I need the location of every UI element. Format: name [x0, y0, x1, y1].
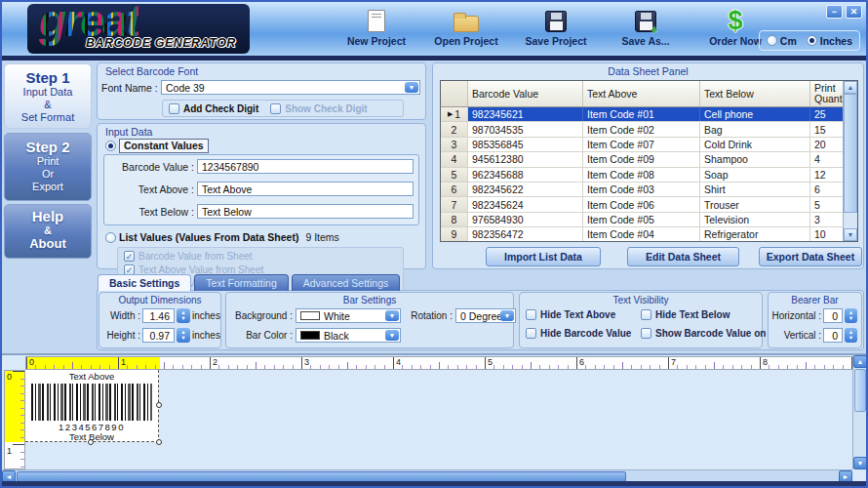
items-count: 9 Items: [305, 231, 338, 243]
tab-advanced-settings[interactable]: Advanced Settings: [292, 274, 401, 291]
barcode-value-label: Barcode Value :: [106, 161, 194, 173]
close-button[interactable]: ✕: [846, 5, 862, 19]
show-check-digit-checkbox[interactable]: Show Check Digit: [270, 103, 367, 114]
toolbar-divider: [2, 56, 866, 61]
resize-handle-bottom[interactable]: [88, 439, 94, 445]
ruler-mark: 7: [671, 357, 676, 367]
white-swatch-icon: [300, 311, 320, 320]
edit-data-sheet-button[interactable]: Edit Data Sheet: [627, 247, 739, 266]
bar-color-dropdown[interactable]: Black ▼: [296, 328, 401, 343]
table-row[interactable]: 2 987034535 Item Code #02 Bag 15: [441, 122, 857, 137]
hide-text-above-checkbox[interactable]: Hide Text Above: [526, 309, 615, 320]
group-title: Bearer Bar: [769, 293, 861, 305]
table-row[interactable]: 7 982345624 Item Code #06 Trouser 5: [441, 197, 857, 212]
barcode-value-input[interactable]: 1234567890: [197, 159, 414, 174]
table-row[interactable]: ▶1 982345621 Item Code #01 Cell phone 25: [441, 107, 857, 122]
width-input[interactable]: 1.46: [142, 308, 175, 323]
checkbox-checked-icon: ✓: [124, 251, 135, 262]
ruler-mark: 8: [763, 357, 768, 367]
barcode-bars: [31, 384, 152, 421]
add-check-digit-checkbox[interactable]: Add Check Digit: [169, 103, 258, 114]
export-data-sheet-button[interactable]: Export Data Sheet: [759, 247, 862, 266]
height-unit: inches: [192, 330, 220, 341]
unit-selector: Cm Inches: [759, 30, 860, 51]
chevron-down-icon[interactable]: ▼: [385, 330, 399, 341]
height-input[interactable]: 0.97: [142, 328, 175, 343]
table-row[interactable]: 9 982356472 Item Code #04 Refrigerator 1…: [441, 227, 857, 242]
window-bottom-edge: [2, 481, 866, 486]
width-spinner[interactable]: ▲▼: [177, 308, 190, 323]
horizontal-input[interactable]: 0: [823, 308, 843, 323]
height-spinner[interactable]: ▲▼: [177, 328, 190, 343]
table-row[interactable]: 5 962345688 Item Code #08 Soap 12: [441, 168, 857, 183]
scroll-down-icon[interactable]: ▼: [844, 228, 857, 241]
row-indicator-header: [441, 81, 468, 106]
sidebar-item-help-about[interactable]: Help & About: [4, 204, 92, 259]
scrollbar-thumb[interactable]: [844, 94, 857, 213]
chevron-down-icon[interactable]: ▼: [385, 310, 399, 321]
input-data-group: Input Data Constant Values Barcode Value…: [97, 123, 426, 269]
vertical-input[interactable]: 0: [823, 328, 843, 343]
scroll-down-icon[interactable]: ▼: [853, 457, 867, 469]
vertical-label: Vertical :: [770, 330, 821, 341]
tab-basic-settings[interactable]: Basic Settings: [98, 274, 191, 291]
import-list-data-button[interactable]: Import List Data: [486, 247, 601, 266]
ruler-ticks: [26, 357, 855, 369]
hide-barcode-value-checkbox[interactable]: Hide Barcode Value: [526, 328, 631, 339]
unit-cm-radio[interactable]: Cm: [767, 35, 797, 47]
col-print-quantity[interactable]: Print Quantity: [810, 81, 845, 106]
new-project-button[interactable]: New Project: [337, 9, 415, 47]
open-project-button[interactable]: Open Project: [427, 9, 505, 47]
minimize-button[interactable]: −: [826, 5, 843, 19]
bar-settings-group: Bar Settings Background : White ▼ Rotati…: [225, 292, 514, 348]
table-row[interactable]: 8 976584930 Item Code #05 Television 3: [441, 213, 857, 227]
sidebar-item-step1[interactable]: Step 1 Input Data & Set Format: [4, 63, 92, 129]
table-scrollbar[interactable]: ▲ ▼: [843, 81, 857, 241]
constant-values-radio[interactable]: [105, 141, 116, 151]
background-dropdown[interactable]: White ▼: [296, 308, 401, 323]
ruler-mark: 3: [304, 357, 309, 367]
col-text-below[interactable]: Text Below: [700, 81, 810, 106]
vertical-spinner[interactable]: ▲▼: [845, 328, 857, 343]
ruler-mark: 0: [29, 357, 34, 367]
table-row[interactable]: 6 982345622 Item Code #03 Shirt 6: [441, 183, 857, 197]
text-below-input[interactable]: Text Below: [197, 204, 414, 219]
text-above-input[interactable]: Text Above: [197, 182, 414, 196]
width-unit: inches: [192, 310, 220, 321]
group-title: Output Dimensions: [99, 293, 220, 305]
resize-handle-corner[interactable]: [156, 439, 162, 445]
preview-vertical-scrollbar[interactable]: ▲ ▼: [852, 355, 866, 469]
save-as-floppy-plus-icon: +: [635, 9, 656, 32]
barcode-preview[interactable]: Text Above 1234567890 Text Below: [25, 370, 159, 442]
chevron-down-icon[interactable]: ▼: [500, 310, 514, 321]
text-below-label: Text Below :: [106, 206, 194, 218]
save-project-button[interactable]: Save Project: [517, 9, 595, 47]
chevron-down-icon[interactable]: ▼: [405, 82, 418, 93]
rotation-dropdown[interactable]: 0 Degree ▼: [455, 308, 516, 323]
checkbox-icon: [526, 328, 536, 339]
barcode-text-above: Text Above: [25, 372, 158, 382]
group-title: Select Barcode Font: [98, 63, 425, 78]
save-as-button[interactable]: + Save As...: [607, 9, 685, 47]
resize-handle-right[interactable]: [156, 402, 162, 408]
tab-text-formatting[interactable]: Text Formatting: [194, 274, 288, 291]
list-values-radio[interactable]: [105, 232, 116, 243]
barcode-from-sheet-checkbox[interactable]: ✓ Barcode Value from Sheet: [124, 250, 397, 264]
checkbox-icon: [641, 328, 651, 339]
col-barcode-value[interactable]: Barcode Value: [468, 81, 583, 106]
show-barcode-value-on-top-checkbox[interactable]: Show Barcode Value on Top: [641, 328, 786, 339]
font-name-dropdown[interactable]: Code 39 ▼: [161, 80, 420, 95]
col-text-above[interactable]: Text Above: [583, 81, 700, 106]
ruler-mark: 6: [579, 357, 584, 367]
checkbox-icon: [526, 309, 536, 320]
scroll-up-icon[interactable]: ▲: [844, 81, 857, 94]
scrollbar-thumb[interactable]: [854, 369, 866, 412]
table-row[interactable]: 4 945612380 Item Code #09 Shampoo 4: [441, 152, 857, 167]
open-folder-icon: [454, 9, 479, 32]
table-row[interactable]: 3 985356845 Item Code #07 Cold Drink 20: [441, 138, 857, 152]
horizontal-spinner[interactable]: ▲▼: [845, 308, 857, 323]
scroll-up-icon[interactable]: ▲: [853, 355, 867, 368]
sidebar-item-step2[interactable]: Step 2 Print Or Export: [4, 133, 92, 201]
hide-text-below-checkbox[interactable]: Hide Text Below: [641, 309, 730, 320]
unit-inches-radio[interactable]: Inches: [807, 35, 852, 47]
